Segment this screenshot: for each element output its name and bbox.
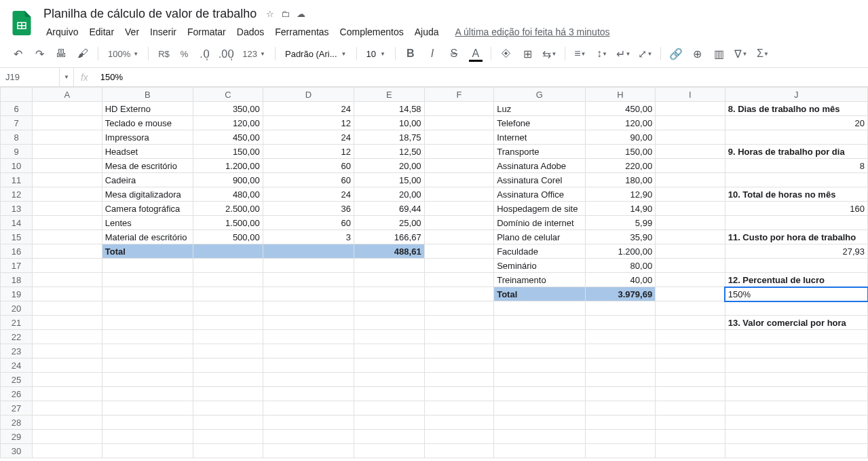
row-header-19[interactable]: 19 bbox=[1, 287, 33, 301]
cell-C6[interactable]: 350,00 bbox=[193, 102, 263, 116]
cell-J13[interactable]: 160 bbox=[725, 202, 867, 216]
print-icon[interactable]: 🖶 bbox=[52, 44, 71, 63]
cell-J14[interactable] bbox=[725, 216, 867, 230]
cell-C30[interactable] bbox=[193, 444, 263, 458]
cell-F25[interactable] bbox=[424, 373, 494, 387]
col-header-B[interactable]: B bbox=[102, 88, 193, 102]
row-header-6[interactable]: 6 bbox=[1, 102, 33, 116]
row-header-20[interactable]: 20 bbox=[1, 301, 33, 316]
cell-G26[interactable] bbox=[494, 387, 585, 401]
cell-H7[interactable]: 120,00 bbox=[585, 116, 656, 130]
cell-E18[interactable] bbox=[354, 273, 425, 287]
cell-H20[interactable] bbox=[585, 301, 656, 316]
cell-H10[interactable]: 220,00 bbox=[585, 159, 656, 173]
col-header-E[interactable]: E bbox=[354, 88, 425, 102]
cell-I17[interactable] bbox=[656, 259, 725, 273]
cell-C11[interactable]: 900,00 bbox=[193, 173, 263, 187]
row-header-21[interactable]: 21 bbox=[1, 316, 33, 330]
cell-D18[interactable] bbox=[263, 273, 354, 287]
cell-B19[interactable] bbox=[102, 287, 193, 301]
cell-F22[interactable] bbox=[424, 330, 494, 344]
merge-cells-icon[interactable]: ⇆▼ bbox=[540, 44, 559, 63]
menu-inserir[interactable]: Inserir bbox=[145, 24, 182, 40]
cell-G23[interactable] bbox=[494, 344, 585, 358]
cell-J9[interactable]: 9. Horas de trabalho por dia bbox=[725, 145, 867, 159]
cell-J28[interactable] bbox=[725, 416, 867, 430]
cell-C15[interactable]: 500,00 bbox=[193, 230, 263, 244]
cell-H12[interactable]: 12,90 bbox=[585, 187, 656, 202]
cell-F28[interactable] bbox=[424, 416, 494, 430]
menu-editar[interactable]: Editar bbox=[83, 24, 119, 40]
cell-C12[interactable]: 480,00 bbox=[193, 187, 263, 202]
cell-F19[interactable] bbox=[424, 287, 494, 301]
cell-G7[interactable]: Telefone bbox=[494, 116, 585, 130]
cell-D17[interactable] bbox=[263, 259, 354, 273]
col-header-G[interactable]: G bbox=[494, 88, 585, 102]
cell-F17[interactable] bbox=[424, 259, 494, 273]
cell-C18[interactable] bbox=[193, 273, 263, 287]
cell-F21[interactable] bbox=[424, 316, 494, 330]
cell-G11[interactable]: Assinatura Corel bbox=[494, 173, 585, 187]
filter-icon[interactable]: ∇▼ bbox=[732, 44, 751, 63]
cell-B11[interactable]: Cadeira bbox=[102, 173, 193, 187]
cell-A10[interactable] bbox=[33, 159, 102, 173]
cell-D30[interactable] bbox=[263, 444, 354, 458]
row-header-25[interactable]: 25 bbox=[1, 373, 33, 387]
cell-B14[interactable]: Lentes bbox=[102, 216, 193, 230]
cell-B26[interactable] bbox=[102, 387, 193, 401]
text-color-icon[interactable]: A bbox=[466, 44, 485, 63]
cell-D27[interactable] bbox=[263, 401, 354, 416]
cell-H16[interactable]: 1.200,00 bbox=[585, 244, 656, 259]
cell-C20[interactable] bbox=[193, 301, 263, 316]
cell-E28[interactable] bbox=[354, 416, 425, 430]
cell-G14[interactable]: Domínio de internet bbox=[494, 216, 585, 230]
cell-J27[interactable] bbox=[725, 401, 867, 416]
row-header-15[interactable]: 15 bbox=[1, 230, 33, 244]
row-header-17[interactable]: 17 bbox=[1, 259, 33, 273]
cell-J23[interactable] bbox=[725, 344, 867, 358]
cell-D19[interactable] bbox=[263, 287, 354, 301]
cell-C27[interactable] bbox=[193, 401, 263, 416]
cell-A29[interactable] bbox=[33, 430, 102, 444]
bold-icon[interactable]: B bbox=[401, 44, 420, 63]
cell-F30[interactable] bbox=[424, 444, 494, 458]
cell-A6[interactable] bbox=[33, 102, 102, 116]
cell-A15[interactable] bbox=[33, 230, 102, 244]
cell-B12[interactable]: Mesa digitalizadora bbox=[102, 187, 193, 202]
cell-G6[interactable]: Luz bbox=[494, 102, 585, 116]
cell-J12[interactable]: 10. Total de horas no mês bbox=[725, 187, 867, 202]
cell-C22[interactable] bbox=[193, 330, 263, 344]
cell-J10[interactable]: 8 bbox=[725, 159, 867, 173]
menu-arquivo[interactable]: Arquivo bbox=[41, 24, 83, 40]
cell-A14[interactable] bbox=[33, 216, 102, 230]
cell-G15[interactable]: Plano de celular bbox=[494, 230, 585, 244]
cell-H15[interactable]: 35,90 bbox=[585, 230, 656, 244]
cell-B27[interactable] bbox=[102, 401, 193, 416]
cell-C28[interactable] bbox=[193, 416, 263, 430]
cell-A28[interactable] bbox=[33, 416, 102, 430]
cell-J18[interactable]: 12. Percentual de lucro bbox=[725, 273, 867, 287]
cell-H26[interactable] bbox=[585, 387, 656, 401]
cell-A23[interactable] bbox=[33, 344, 102, 358]
cell-F16[interactable] bbox=[424, 244, 494, 259]
cell-I22[interactable] bbox=[656, 330, 725, 344]
link-icon[interactable]: 🔗 bbox=[666, 44, 685, 63]
cell-H6[interactable]: 450,00 bbox=[585, 102, 656, 116]
row-header-14[interactable]: 14 bbox=[1, 216, 33, 230]
cell-E26[interactable] bbox=[354, 387, 425, 401]
menu-ajuda[interactable]: Ajuda bbox=[409, 24, 445, 40]
col-header-A[interactable]: A bbox=[33, 88, 102, 102]
row-header-28[interactable]: 28 bbox=[1, 416, 33, 430]
cell-A25[interactable] bbox=[33, 373, 102, 387]
cell-E21[interactable] bbox=[354, 316, 425, 330]
cell-A24[interactable] bbox=[33, 358, 102, 373]
cell-E24[interactable] bbox=[354, 358, 425, 373]
cell-B18[interactable] bbox=[102, 273, 193, 287]
cell-J26[interactable] bbox=[725, 387, 867, 401]
cell-E7[interactable]: 10,00 bbox=[354, 116, 425, 130]
cell-H22[interactable] bbox=[585, 330, 656, 344]
valign-icon[interactable]: ↕▼ bbox=[592, 44, 611, 63]
cell-J20[interactable] bbox=[725, 301, 867, 316]
cell-E20[interactable] bbox=[354, 301, 425, 316]
cell-F23[interactable] bbox=[424, 344, 494, 358]
